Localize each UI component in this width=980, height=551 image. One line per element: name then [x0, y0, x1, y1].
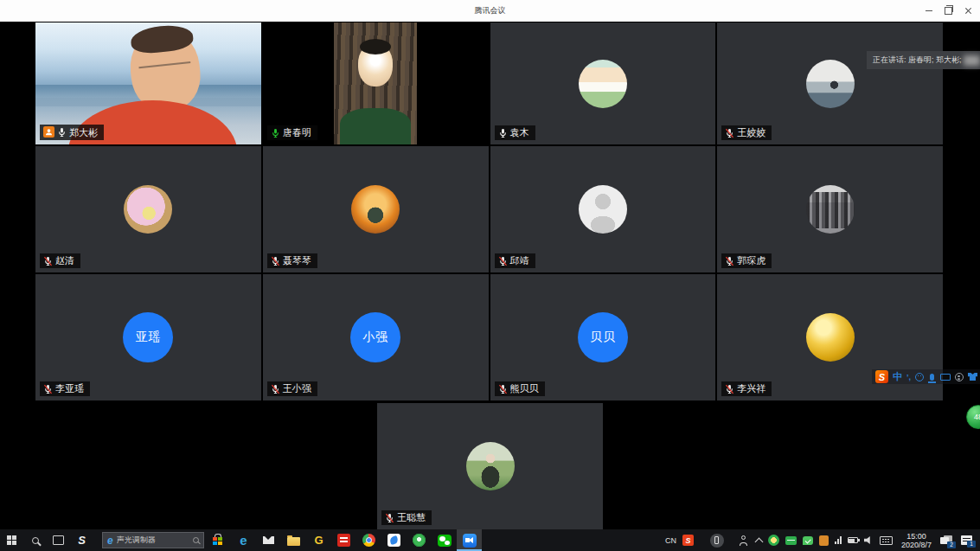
- goldwave-icon: G: [314, 534, 323, 547]
- participant-name-tag: 邱靖: [495, 253, 535, 268]
- ime-skin-icon[interactable]: [968, 373, 977, 381]
- task-view-button[interactable]: [47, 529, 70, 551]
- edge-button[interactable]: e: [231, 529, 256, 551]
- avatar-image: [806, 60, 855, 108]
- participant-name: 王聪慧: [397, 512, 426, 523]
- participant-name-tag: 李亚瑶: [40, 381, 90, 396]
- taskbar-search-box[interactable]: e 声光调制器: [102, 532, 204, 548]
- mic-status-icon: [43, 256, 53, 266]
- goldwave-button[interactable]: G: [306, 529, 331, 551]
- participant-tile[interactable]: 唐春明: [263, 22, 489, 144]
- video-grid: 郑大彬 唐春明 袁木 王姣姣 赵清: [35, 22, 943, 400]
- participant-tile[interactable]: 贝贝 熊贝贝: [490, 274, 716, 400]
- ime-mode-toggle[interactable]: 中: [893, 370, 902, 383]
- participant-tile[interactable]: 郑大彬: [35, 22, 261, 144]
- mic-status-icon: [498, 384, 508, 394]
- mic-status-icon: [725, 256, 734, 266]
- file-explorer-button[interactable]: [281, 529, 306, 551]
- red-chinese-app-button[interactable]: [331, 529, 356, 551]
- minimize-icon: [926, 10, 932, 11]
- emoji-icon[interactable]: [915, 373, 924, 381]
- close-button[interactable]: [958, 0, 978, 22]
- participant-name: 熊贝贝: [510, 383, 539, 394]
- green-circle-app-button[interactable]: [407, 529, 432, 551]
- phone-link-icon[interactable]: [710, 534, 724, 548]
- s-app-button[interactable]: S: [70, 529, 93, 551]
- chrome-button[interactable]: [356, 529, 381, 551]
- participant-tile[interactable]: 郭琛虎: [717, 146, 943, 272]
- wechat-button[interactable]: [432, 529, 457, 551]
- close-icon: [964, 7, 972, 15]
- webcam-video-strip: [334, 22, 417, 144]
- taskbar-clock[interactable]: 15:00 2020/8/7: [901, 532, 932, 549]
- sogou-logo-icon[interactable]: S: [875, 370, 888, 383]
- host-badge-slot: [43, 126, 54, 138]
- search-box-text: 声光调制器: [117, 535, 189, 546]
- video-grid-bottom-row: 王聪慧: [0, 403, 980, 529]
- notification-badge: 1: [967, 541, 976, 548]
- ime-punctuation-toggle[interactable]: ’,: [906, 373, 911, 381]
- mic-status-icon: [725, 128, 734, 138]
- start-button[interactable]: [0, 529, 23, 551]
- participant-name-tag: 赵清: [40, 253, 80, 268]
- network-icon[interactable]: [835, 536, 842, 544]
- avatar-initials: 亚瑶: [123, 312, 173, 362]
- participant-name: 邱靖: [510, 255, 529, 266]
- green-chat-tray-icon[interactable]: [803, 536, 813, 545]
- avatar-image: [579, 185, 627, 234]
- ime-toolbox-icon[interactable]: [955, 373, 964, 381]
- participant-tile[interactable]: 王姣姣: [717, 22, 943, 144]
- taskbar: S e 声光调制器 e G CN S: [0, 529, 980, 551]
- voice-input-icon[interactable]: [930, 374, 934, 381]
- speaking-toast: 正在讲话: 唐春明; 郑大彬;: [867, 51, 980, 69]
- sogou-tray-icon[interactable]: S: [682, 535, 694, 546]
- edge-icon: e: [240, 533, 247, 548]
- webcam-person: [358, 43, 393, 86]
- mail-button[interactable]: [256, 529, 281, 551]
- avatar-image: [466, 442, 515, 490]
- soft-keyboard-icon[interactable]: [940, 374, 951, 381]
- participant-name: 王小强: [283, 383, 311, 394]
- language-indicator[interactable]: CN: [665, 536, 676, 545]
- green-circle-app-icon: [413, 534, 426, 547]
- participant-tile[interactable]: 亚瑶 李亚瑶: [35, 274, 261, 400]
- green-coin-tray-icon[interactable]: [768, 535, 779, 546]
- window-stack-icon[interactable]: 2: [940, 535, 952, 546]
- battery-icon[interactable]: [848, 537, 858, 543]
- participant-name-tag: 郑大彬: [40, 125, 104, 140]
- avatar-initials: 贝贝: [578, 312, 628, 362]
- touch-keyboard-icon[interactable]: [880, 536, 893, 545]
- participant-tile[interactable]: 王聪慧: [377, 403, 603, 529]
- participant-tile[interactable]: 聂琴琴: [263, 146, 489, 272]
- blue-bird-app-button[interactable]: [381, 529, 407, 551]
- volume-icon[interactable]: [864, 536, 874, 545]
- participant-name-tag: 李兴祥: [721, 381, 772, 396]
- participant-tile[interactable]: 小强 王小强: [263, 274, 489, 400]
- minimize-button[interactable]: [919, 0, 938, 22]
- tencent-meeting-button[interactable]: [457, 529, 482, 551]
- participant-name: 聂琴琴: [283, 255, 311, 266]
- wechat-icon: [438, 535, 452, 547]
- window-titlebar: 腾讯会议: [0, 0, 980, 22]
- participant-tile[interactable]: 袁木: [490, 22, 716, 144]
- ime-toolbar: S 中 ’,: [872, 369, 980, 384]
- search-icon: [32, 537, 39, 544]
- participant-name-tag: 唐春明: [267, 125, 317, 140]
- participant-name: 李亚瑶: [55, 383, 84, 394]
- participant-name: 王姣姣: [737, 127, 765, 138]
- tray-overflow-chevron-icon[interactable]: [755, 537, 764, 546]
- action-center-icon[interactable]: 1: [961, 535, 972, 545]
- avatar-image: [124, 185, 172, 234]
- store-button[interactable]: [206, 529, 231, 551]
- taskbar-search-button[interactable]: [23, 529, 47, 551]
- participant-tile[interactable]: 邱靖: [490, 146, 716, 272]
- s-app-icon: S: [78, 534, 86, 547]
- window-title: 腾讯会议: [475, 5, 506, 16]
- restore-button[interactable]: [938, 0, 958, 22]
- restore-icon: [945, 7, 952, 15]
- window-stack-badge: 2: [947, 541, 956, 548]
- people-icon[interactable]: [739, 535, 750, 546]
- participant-tile[interactable]: 赵清: [35, 146, 261, 272]
- orange-tray-icon[interactable]: [819, 535, 829, 546]
- green-card-tray-icon[interactable]: [785, 536, 797, 545]
